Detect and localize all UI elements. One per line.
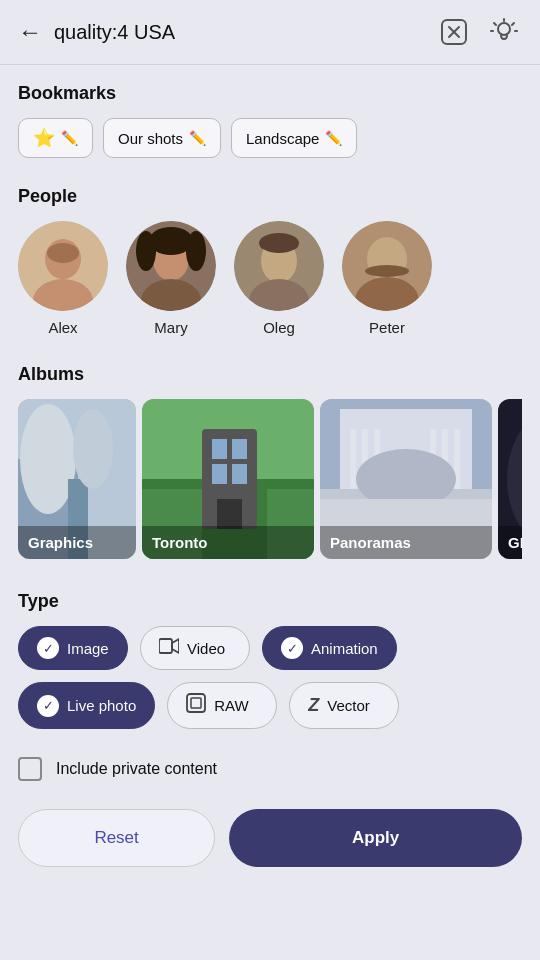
type-video[interactable]: Video bbox=[140, 626, 250, 670]
svg-line-6 bbox=[512, 23, 514, 25]
album-panoramas[interactable]: Panoramas bbox=[320, 399, 492, 559]
svg-rect-41 bbox=[212, 439, 227, 459]
album-gif-label: GIF bbox=[498, 526, 522, 559]
type-raw[interactable]: RAW bbox=[167, 682, 277, 729]
type-section: Type ✓ Image Video ✓ Animation ✓ Live ph… bbox=[0, 573, 540, 739]
private-content-row: Include private content bbox=[0, 739, 540, 799]
albums-row: Graphics Toronto bbox=[18, 399, 522, 563]
avatar-mary bbox=[126, 221, 216, 311]
apply-button[interactable]: Apply bbox=[229, 809, 522, 867]
svg-rect-63 bbox=[159, 639, 172, 653]
bottom-buttons: Reset Apply bbox=[0, 799, 540, 895]
bookmarks-title: Bookmarks bbox=[18, 83, 522, 104]
check-animation: ✓ bbox=[281, 637, 303, 659]
bookmark-our-shots[interactable]: Our shots ✏️ bbox=[103, 118, 221, 158]
svg-rect-65 bbox=[187, 694, 205, 712]
bookmark-landscape-label: Landscape bbox=[246, 130, 319, 147]
album-toronto[interactable]: Toronto bbox=[142, 399, 314, 559]
type-image[interactable]: ✓ Image bbox=[18, 626, 128, 670]
svg-rect-27 bbox=[290, 241, 298, 249]
svg-point-37 bbox=[73, 409, 113, 489]
type-live-photo[interactable]: ✓ Live photo bbox=[18, 682, 155, 729]
albums-section: Albums Graphics bbox=[0, 346, 540, 573]
person-mary[interactable]: Mary bbox=[126, 221, 216, 336]
private-checkbox[interactable] bbox=[18, 757, 42, 781]
svg-point-3 bbox=[498, 23, 510, 35]
avatar-peter bbox=[342, 221, 432, 311]
check-live-photo: ✓ bbox=[37, 695, 59, 717]
svg-rect-43 bbox=[212, 464, 227, 484]
albums-title: Albums bbox=[18, 364, 522, 385]
edit-icon: ✏️ bbox=[61, 130, 78, 146]
type-animation-label: Animation bbox=[311, 640, 378, 657]
svg-rect-44 bbox=[232, 464, 247, 484]
avatar-alex bbox=[18, 221, 108, 311]
clear-search-icon[interactable] bbox=[436, 14, 472, 50]
album-toronto-label: Toronto bbox=[142, 526, 314, 559]
svg-line-5 bbox=[494, 23, 496, 25]
type-animation[interactable]: ✓ Animation bbox=[262, 626, 397, 670]
person-oleg[interactable]: Oleg bbox=[234, 221, 324, 336]
video-icon bbox=[159, 638, 179, 659]
reset-button[interactable]: Reset bbox=[18, 809, 215, 867]
svg-rect-66 bbox=[191, 698, 201, 708]
person-alex[interactable]: Alex bbox=[18, 221, 108, 336]
person-peter-name: Peter bbox=[369, 319, 405, 336]
header: ← quality:4 USA bbox=[0, 0, 540, 65]
type-vector[interactable]: Z Vector bbox=[289, 682, 399, 729]
svg-point-19 bbox=[136, 231, 156, 271]
person-oleg-name: Oleg bbox=[263, 319, 295, 336]
header-icons bbox=[436, 14, 522, 50]
type-image-label: Image bbox=[67, 640, 109, 657]
person-mary-name: Mary bbox=[154, 319, 187, 336]
svg-rect-42 bbox=[232, 439, 247, 459]
album-graphics[interactable]: Graphics bbox=[18, 399, 136, 559]
type-raw-label: RAW bbox=[214, 697, 248, 714]
star-icon: ⭐ bbox=[33, 127, 55, 149]
svg-point-35 bbox=[20, 404, 76, 514]
people-section: People Alex bbox=[0, 168, 540, 346]
album-graphics-label: Graphics bbox=[18, 526, 136, 559]
type-grid: ✓ Image Video ✓ Animation ✓ Live photo bbox=[18, 626, 522, 729]
person-peter[interactable]: Peter bbox=[342, 221, 432, 336]
person-alex-name: Alex bbox=[48, 319, 77, 336]
bookmarks-section: Bookmarks ⭐ ✏️ Our shots ✏️ Landscape ✏️ bbox=[0, 65, 540, 168]
svg-marker-64 bbox=[172, 639, 179, 653]
raw-icon bbox=[186, 693, 206, 718]
avatar-oleg bbox=[234, 221, 324, 311]
people-row: Alex Mary bbox=[18, 221, 522, 336]
svg-point-20 bbox=[186, 231, 206, 271]
bulb-icon[interactable] bbox=[486, 14, 522, 50]
svg-point-32 bbox=[365, 265, 409, 277]
bookmarks-row: ⭐ ✏️ Our shots ✏️ Landscape ✏️ bbox=[18, 118, 522, 158]
page-title: quality:4 USA bbox=[54, 21, 436, 44]
private-label: Include private content bbox=[56, 760, 217, 778]
edit-icon-landscape: ✏️ bbox=[325, 130, 342, 146]
people-title: People bbox=[18, 186, 522, 207]
type-video-label: Video bbox=[187, 640, 225, 657]
type-title: Type bbox=[18, 591, 522, 612]
vector-icon: Z bbox=[308, 695, 319, 716]
album-panoramas-label: Panoramas bbox=[320, 526, 492, 559]
type-live-photo-label: Live photo bbox=[67, 697, 136, 714]
svg-rect-51 bbox=[350, 429, 356, 489]
bookmark-our-shots-label: Our shots bbox=[118, 130, 183, 147]
album-gif[interactable]: GIF bbox=[498, 399, 522, 559]
svg-rect-26 bbox=[260, 241, 268, 249]
svg-point-13 bbox=[47, 243, 79, 263]
edit-icon-our-shots: ✏️ bbox=[189, 130, 206, 146]
svg-rect-45 bbox=[217, 499, 242, 529]
bookmark-star[interactable]: ⭐ ✏️ bbox=[18, 118, 93, 158]
bookmark-landscape[interactable]: Landscape ✏️ bbox=[231, 118, 357, 158]
check-image: ✓ bbox=[37, 637, 59, 659]
back-button[interactable]: ← bbox=[18, 18, 42, 46]
type-vector-label: Vector bbox=[327, 697, 370, 714]
